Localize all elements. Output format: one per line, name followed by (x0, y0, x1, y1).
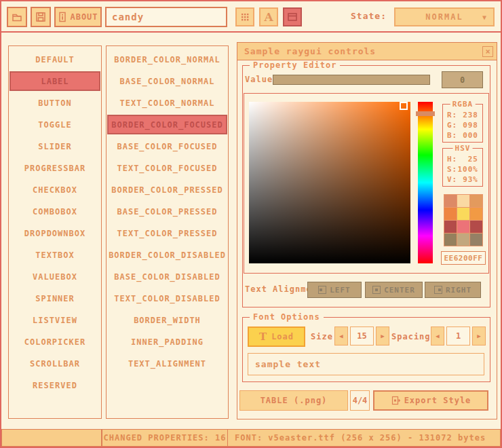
properties-list-item[interactable]: TEXT_COLOR_DISABLED (107, 288, 227, 308)
size-value-box[interactable]: 15 (350, 326, 374, 346)
chevron-left-icon: ◀ (339, 333, 343, 339)
spacing-value-box[interactable]: 1 (446, 326, 470, 346)
properties-list-item[interactable]: TEXT_COLOR_FOCUSED (107, 158, 227, 178)
palette-swatch[interactable] (470, 234, 482, 246)
controls-list-item[interactable]: TOGGLE (9, 115, 100, 134)
hsv-row: V: 93% (443, 174, 482, 185)
controls-list-item[interactable]: VALUEBOX (9, 267, 100, 286)
save-icon (35, 11, 47, 23)
new-style-button[interactable] (7, 7, 27, 27)
size-value: 15 (357, 331, 366, 341)
controls-list-item[interactable]: COMBOBOX (9, 202, 100, 221)
gradient-cursor[interactable] (400, 102, 408, 110)
value-slider[interactable] (273, 75, 430, 85)
size-increment-button[interactable]: ▶ (376, 326, 389, 346)
properties-list-item[interactable]: BORDER_WIDTH (107, 310, 227, 330)
load-font-label: Load (271, 332, 294, 341)
properties-list-item[interactable]: BORDER_COLOR_NORMAL (107, 50, 227, 69)
g-value: 098 (463, 120, 478, 130)
window-titlebar[interactable]: Sample raygui controls × (237, 43, 497, 60)
align-left-icon (318, 286, 326, 294)
size-decrement-button[interactable]: ◀ (334, 326, 348, 346)
palette-swatch[interactable] (457, 195, 469, 207)
controls-list-item[interactable]: LISTVIEW (9, 310, 100, 330)
about-button[interactable]: ABOUT (54, 7, 102, 27)
properties-list-item[interactable]: BORDER_COLOR_PRESSED (107, 180, 227, 200)
b-label: B: (447, 130, 457, 141)
palette-swatch[interactable] (444, 221, 457, 233)
info-icon (58, 12, 67, 22)
sample-controls-window: Sample raygui controls × Property Editor… (237, 42, 497, 419)
properties-list-item[interactable]: INNER_PADDING (107, 332, 227, 352)
controls-list-item[interactable]: BUTTON (9, 93, 100, 113)
palette-swatch[interactable] (457, 208, 469, 220)
controls-list-item[interactable]: RESERVED (9, 375, 100, 395)
hex-color-input[interactable]: EE6200FF (441, 251, 486, 265)
properties-list-item[interactable]: BASE_COLOR_DISABLED (107, 267, 227, 286)
controls-list-item[interactable]: SPINNER (9, 288, 100, 308)
align-right-button[interactable]: RIGHT (425, 282, 481, 298)
export-style-label: Export Style (404, 396, 471, 405)
palette-swatch[interactable] (457, 221, 469, 233)
page-indicator[interactable]: 4/4 (350, 390, 370, 411)
controls-list-item[interactable]: SLIDER (9, 136, 100, 156)
controls-list-item[interactable]: DROPDOWNBOX (9, 223, 100, 243)
style-name-input[interactable] (105, 7, 227, 27)
font-view-button[interactable]: A (259, 7, 278, 26)
controls-list-item[interactable]: DEFAULT (9, 50, 100, 69)
align-right-icon (434, 286, 442, 294)
rgba-row: R: 238 (443, 110, 482, 120)
align-right-label: RIGHT (446, 286, 471, 295)
controls-list-item[interactable]: CHECKBOX (9, 180, 100, 200)
font-info-text: FONT: v5easter.ttf (256 x 256) - 131072 … (235, 433, 486, 443)
hue-slider-handle[interactable] (416, 111, 435, 116)
export-style-button[interactable]: Export Style (373, 390, 488, 411)
properties-list-item[interactable]: BASE_COLOR_NORMAL (107, 71, 227, 91)
grid-view-button[interactable] (235, 7, 254, 26)
status-font-info: FONT: v5easter.ttf (256 x 256) - 131072 … (227, 429, 501, 447)
h-label: H: (447, 154, 457, 164)
load-font-button[interactable]: T Load (248, 326, 305, 347)
properties-list-item[interactable]: BORDER_COLOR_DISABLED (107, 245, 227, 265)
spacing-increment-button[interactable]: ▶ (472, 326, 486, 346)
sample-text-input[interactable]: sample text (248, 353, 484, 375)
grid-icon (239, 12, 250, 22)
hue-bar[interactable] (418, 102, 433, 263)
palette-swatch[interactable] (444, 234, 457, 246)
properties-list-item[interactable]: TEXT_ALIGNMENT (107, 354, 227, 373)
state-dropdown[interactable]: NORMAL ▼ (394, 7, 495, 26)
properties-list-item-selected[interactable]: BORDER_COLOR_FOCUSED (107, 115, 227, 134)
spacing-label: Spacing: (391, 332, 436, 341)
align-center-button[interactable]: CENTER (365, 282, 423, 298)
color-saturation-gradient[interactable] (249, 102, 410, 263)
properties-list-item[interactable]: BASE_COLOR_FOCUSED (107, 136, 227, 156)
property-editor-group: Property Editor Value: 0 RGBA R: 238 (242, 65, 490, 307)
save-style-button[interactable] (31, 7, 51, 27)
export-table-label: TABLE (.png) (260, 396, 328, 405)
palette-swatch[interactable] (470, 221, 482, 233)
palette-swatch[interactable] (470, 208, 482, 220)
spacing-value: 1 (456, 331, 461, 341)
rgba-row: B: 000 (443, 130, 482, 141)
value-box[interactable]: 0 (442, 71, 483, 88)
window-view-button[interactable] (283, 7, 302, 26)
controls-list-item[interactable]: COLORPICKER (9, 332, 100, 352)
properties-list-item[interactable]: BASE_COLOR_PRESSED (107, 202, 227, 221)
chevron-right-icon: ▶ (381, 333, 384, 339)
controls-list-item[interactable]: SCROLLBAR (9, 354, 100, 373)
controls-list-item-selected[interactable]: LABEL (9, 71, 100, 91)
status-bar: CHANGED PROPERTIES: 16 FONT: v5easter.tt… (1, 429, 501, 447)
controls-list-item[interactable]: TEXTBOX (9, 245, 100, 265)
spacing-decrement-button[interactable]: ◀ (431, 326, 444, 346)
palette-swatch[interactable] (444, 195, 457, 207)
palette-swatch[interactable] (444, 208, 457, 220)
s-label: S: (447, 164, 457, 174)
window-close-button[interactable]: × (482, 46, 493, 57)
properties-list-item[interactable]: TEXT_COLOR_PRESSED (107, 223, 227, 243)
palette-swatch[interactable] (457, 234, 469, 246)
controls-list-item[interactable]: PROGRESSBAR (9, 158, 100, 178)
align-left-button[interactable]: LEFT (307, 282, 362, 298)
properties-list-item[interactable]: TEXT_COLOR_NORMAL (107, 93, 227, 113)
palette-swatch[interactable] (470, 195, 482, 207)
export-table-button[interactable]: TABLE (.png) (239, 390, 348, 411)
